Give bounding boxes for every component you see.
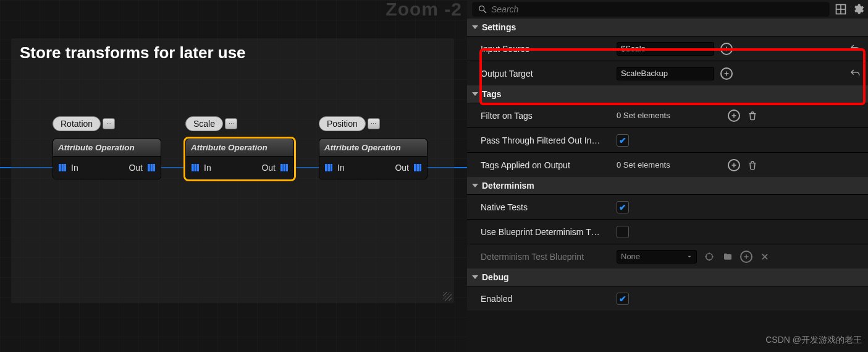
section-determinism-header[interactable]: Determinism xyxy=(467,177,868,194)
pin-data-icon xyxy=(57,162,68,173)
tag-label: Position xyxy=(319,116,366,131)
pin-out[interactable]: Out xyxy=(261,162,290,173)
section-title: Determinism xyxy=(482,181,534,191)
pin-data-icon xyxy=(323,162,334,173)
pin-data-icon xyxy=(146,162,157,173)
node-body[interactable]: Attribute Operation In Out xyxy=(319,139,428,179)
search-icon xyxy=(478,4,487,14)
section-title: Tags xyxy=(482,89,502,99)
checkbox[interactable] xyxy=(617,201,629,213)
section-settings-header[interactable]: Settings xyxy=(467,19,868,36)
pin-in[interactable]: In xyxy=(57,162,78,173)
details-panel: Settings Input Source Output Target Tags xyxy=(467,0,868,352)
label: Enabled xyxy=(481,294,617,304)
row-debug-enabled: Enabled xyxy=(467,286,868,311)
svg-point-13 xyxy=(706,253,713,260)
checkbox[interactable] xyxy=(617,226,629,238)
tag-label: Scale xyxy=(185,116,223,131)
search-input[interactable] xyxy=(491,4,824,14)
pin-data-icon xyxy=(279,162,290,173)
search-input-wrap[interactable] xyxy=(472,2,830,17)
expand-icon xyxy=(472,25,478,29)
node-title: Attribute Operation xyxy=(319,139,427,157)
label: Native Tests xyxy=(481,202,617,212)
svg-line-1 xyxy=(484,11,486,13)
node-tag: Rotation ⋯ xyxy=(53,116,115,131)
pin-label: Out xyxy=(395,163,409,173)
label: Use Blueprint Determinism T… xyxy=(481,227,617,237)
add-button[interactable] xyxy=(720,43,733,55)
add-button[interactable] xyxy=(728,159,740,171)
pin-label: In xyxy=(71,163,78,173)
label: Output Target xyxy=(481,69,617,79)
node-body[interactable]: Attribute Operation In Out xyxy=(53,139,161,179)
label: Input Source xyxy=(481,44,617,54)
value: 0 Set elements xyxy=(617,111,722,120)
pin-in[interactable]: In xyxy=(323,162,345,173)
section-title: Debug xyxy=(482,272,509,282)
pin-out[interactable]: Out xyxy=(395,162,423,173)
section-tags-header[interactable]: Tags xyxy=(467,85,868,103)
reset-icon[interactable] xyxy=(849,68,861,79)
add-button[interactable] xyxy=(728,109,740,122)
checkbox[interactable] xyxy=(617,134,629,147)
row-input-source: Input Source xyxy=(467,36,868,61)
expand-icon xyxy=(472,184,478,187)
label: Pass Through Filtered Out In… xyxy=(481,135,617,145)
grid-view-icon[interactable] xyxy=(835,3,847,15)
label: Filter on Tags xyxy=(481,111,617,121)
trash-icon[interactable] xyxy=(746,159,759,171)
output-target-field[interactable] xyxy=(617,67,714,80)
blueprint-combo[interactable]: None xyxy=(617,250,697,264)
row-passthrough: Pass Through Filtered Out In… xyxy=(467,127,868,152)
pin-label: Out xyxy=(129,163,143,173)
tag-edit-icon[interactable]: ⋯ xyxy=(103,118,115,129)
browse-icon[interactable] xyxy=(722,251,734,263)
reset-icon[interactable] xyxy=(849,43,861,54)
tag-edit-icon[interactable]: ⋯ xyxy=(368,118,380,129)
row-det-bp: Determinism Test Blueprint None xyxy=(467,244,868,268)
comment-title: Store transforms for later use xyxy=(11,38,454,74)
value: 0 Set elements xyxy=(617,160,722,170)
node-position[interactable]: Position ⋯ Attribute Operation In Out xyxy=(319,139,428,179)
row-output-target: Output Target xyxy=(467,61,868,85)
node-title: Attribute Operation xyxy=(186,139,293,157)
section-title: Settings xyxy=(482,22,516,32)
pin-data-icon xyxy=(190,162,201,173)
row-native-tests: Native Tests xyxy=(467,194,868,219)
row-use-bp-det: Use Blueprint Determinism T… xyxy=(467,219,868,244)
watermark: CSDN @开发游戏的老王 xyxy=(765,335,862,346)
clear-icon[interactable] xyxy=(759,251,771,263)
node-tag: Scale ⋯ xyxy=(185,116,237,131)
pin-out[interactable]: Out xyxy=(129,162,157,173)
combo-value: None xyxy=(621,252,640,261)
pin-label: In xyxy=(204,163,211,173)
trash-icon[interactable] xyxy=(746,109,759,122)
row-tags-applied: Tags Applied on Output 0 Set elements xyxy=(467,152,868,177)
label: Tags Applied on Output xyxy=(481,160,617,170)
chevron-down-icon xyxy=(686,254,693,260)
expand-icon xyxy=(472,92,478,96)
node-tag: Position ⋯ xyxy=(319,116,380,131)
locate-icon[interactable] xyxy=(703,251,715,263)
node-rotation[interactable]: Rotation ⋯ Attribute Operation In Out xyxy=(53,139,161,179)
resize-handle-icon[interactable] xyxy=(443,292,452,301)
node-body[interactable]: Attribute Operation In Out xyxy=(185,139,294,179)
svg-point-0 xyxy=(479,6,484,11)
label: Determinism Test Blueprint xyxy=(481,252,617,262)
checkbox[interactable] xyxy=(617,293,629,305)
pin-label: Out xyxy=(261,163,276,173)
tag-label: Rotation xyxy=(53,116,101,131)
add-button[interactable] xyxy=(720,67,733,80)
node-title: Attribute Operation xyxy=(53,139,161,157)
expand-icon xyxy=(472,275,478,279)
section-debug-header[interactable]: Debug xyxy=(467,268,868,286)
pin-in[interactable]: In xyxy=(190,162,211,173)
add-button[interactable] xyxy=(740,251,752,263)
node-scale[interactable]: Scale ⋯ Attribute Operation In Out xyxy=(185,139,294,179)
zoom-level: Zoom -2 xyxy=(386,0,462,20)
input-source-field[interactable] xyxy=(617,42,714,56)
tag-edit-icon[interactable]: ⋯ xyxy=(225,118,237,129)
graph-panel[interactable]: Zoom -2 Store transforms for later use R… xyxy=(0,0,467,352)
gear-icon[interactable] xyxy=(852,3,864,15)
